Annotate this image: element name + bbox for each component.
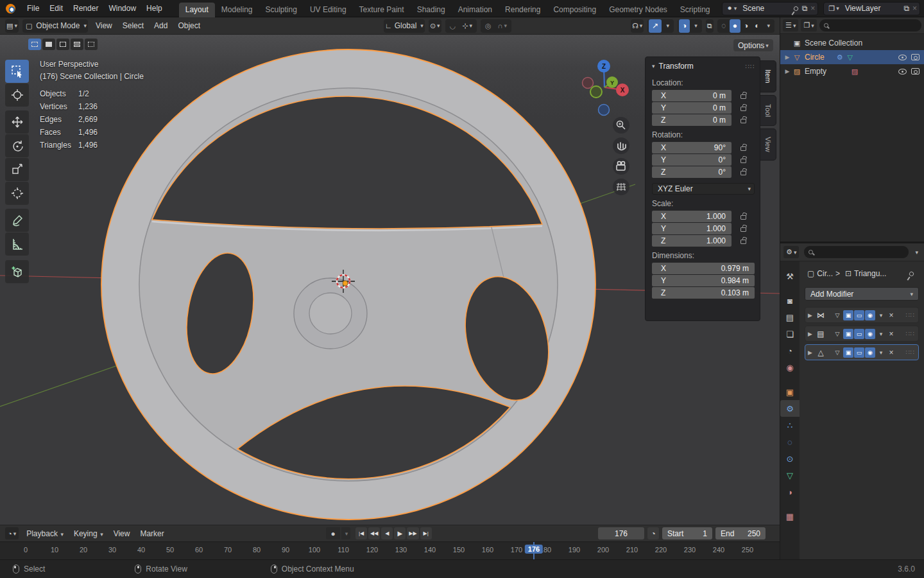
- location-x-field[interactable]: X0 m: [652, 90, 732, 101]
- lock-icon[interactable]: [740, 240, 746, 244]
- expand-icon[interactable]: ▶: [783, 54, 792, 60]
- breadcrumb-modifier[interactable]: Triangu...: [854, 269, 886, 278]
- dimensions-y-field[interactable]: Y0.984 m: [652, 275, 755, 286]
- properties-search-input[interactable]: [804, 246, 909, 258]
- snap-toggle[interactable]: ◡: [447, 19, 459, 33]
- rotation-order-dropdown[interactable]: XYZ Euler▾: [652, 183, 755, 195]
- scale-z-field[interactable]: Z1.000: [652, 235, 732, 247]
- properties-tab-scene[interactable]: ◔: [780, 342, 800, 359]
- display-edit-mode-toggle[interactable]: ▣: [843, 329, 853, 339]
- app-menu-file[interactable]: File: [22, 1, 44, 15]
- rotation-y-field[interactable]: Y0°: [652, 154, 732, 166]
- display-realtime-toggle[interactable]: ▭: [854, 310, 864, 320]
- timeline-menu-keying[interactable]: Keying ▾: [69, 527, 108, 541]
- display-on-cage-toggle[interactable]: ▽: [832, 329, 843, 339]
- display-on-cage-toggle[interactable]: ▽: [832, 310, 843, 320]
- expand-icon[interactable]: ▶: [783, 68, 792, 74]
- jump-to-end-button[interactable]: ▶|: [420, 527, 432, 539]
- breadcrumb-object[interactable]: Cir...: [817, 269, 833, 278]
- use-preview-range-icon[interactable]: ◔: [647, 527, 659, 539]
- prev-keyframe-button[interactable]: ◀◀: [368, 527, 380, 539]
- falloff-dropdown[interactable]: ∩▾: [495, 19, 510, 33]
- workspace-tab-modeling[interactable]: Modeling: [215, 3, 259, 17]
- current-frame-badge[interactable]: 176: [525, 545, 543, 554]
- properties-tab-output[interactable]: ▤: [780, 309, 800, 326]
- modifier-row-solidify[interactable]: ▶▤▽▣▭◉▾×∷∷: [805, 326, 919, 342]
- show-object-types[interactable]: ☊▾: [631, 19, 644, 33]
- workspace-tab-geometry-nodes[interactable]: Geometry Nodes: [603, 3, 674, 17]
- disable-in-render-icon[interactable]: [911, 54, 920, 60]
- viewport-menu-add[interactable]: Add: [149, 19, 173, 33]
- new-viewlayer-icon[interactable]: ⧉: [903, 4, 909, 13]
- scale-x-field[interactable]: X1.000: [652, 211, 732, 222]
- shading-wireframe-button[interactable]: ◌: [719, 19, 730, 33]
- modifier-row-triangulate[interactable]: ▶△▽▣▭◉▾×∷∷: [805, 344, 919, 360]
- timeline-menu-marker[interactable]: Marker: [135, 527, 169, 541]
- pivot-point-button[interactable]: ⊙▾: [429, 19, 441, 33]
- pin-scene-icon[interactable]: [792, 5, 799, 12]
- select-mode-extend[interactable]: [42, 39, 55, 50]
- workspace-tab-shading[interactable]: Shading: [411, 3, 452, 17]
- panel-grip-icon[interactable]: ∷∷: [745, 63, 755, 70]
- lock-icon[interactable]: [740, 94, 746, 99]
- location-z-field[interactable]: Z0 m: [652, 114, 732, 126]
- show-overlays-toggle[interactable]: ◑: [679, 19, 690, 33]
- lock-icon[interactable]: [740, 215, 746, 220]
- display-realtime-toggle[interactable]: ▭: [854, 347, 864, 358]
- npanel-tab-view[interactable]: View: [760, 128, 776, 161]
- lock-icon[interactable]: [740, 146, 746, 151]
- shading-material-button[interactable]: ◑: [740, 19, 751, 33]
- delete-scene-icon[interactable]: ×: [810, 4, 815, 13]
- tool-measure[interactable]: [5, 232, 29, 256]
- scene-name[interactable]: Scene: [739, 4, 783, 13]
- tool-select-box[interactable]: [5, 60, 29, 83]
- workspace-tab-animation[interactable]: Animation: [452, 3, 499, 17]
- workspace-tab-layout[interactable]: Layout: [179, 3, 215, 17]
- properties-tab-object[interactable]: ▣: [780, 383, 800, 400]
- dimensions-x-field[interactable]: X0.979 m: [652, 263, 755, 274]
- jump-to-start-button[interactable]: |◀: [355, 527, 367, 539]
- properties-tab-tool[interactable]: ⚒: [780, 268, 800, 285]
- npanel-tab-tool[interactable]: Tool: [760, 95, 776, 126]
- tool-move[interactable]: [5, 110, 29, 134]
- properties-tab-render[interactable]: ◙: [780, 292, 800, 309]
- select-mode-new[interactable]: [28, 39, 41, 50]
- lock-icon[interactable]: [740, 227, 746, 232]
- delete-modifier-icon[interactable]: ×: [887, 311, 896, 320]
- display-realtime-toggle[interactable]: ▭: [854, 329, 864, 339]
- properties-tab-object-data[interactable]: ▽: [780, 467, 800, 484]
- viewport-menu-object[interactable]: Object: [173, 19, 205, 33]
- show-gizmo-toggle[interactable]: ↗: [649, 19, 662, 33]
- outliner-filter-button[interactable]: ☰▾: [783, 19, 798, 31]
- app-menu-render[interactable]: Render: [68, 1, 103, 15]
- collapse-icon[interactable]: ▾: [652, 63, 655, 69]
- camera-view-button[interactable]: [613, 158, 629, 175]
- tool-transform[interactable]: [5, 182, 29, 205]
- properties-editor-type-button[interactable]: ⚙▾: [783, 246, 799, 258]
- play-button[interactable]: ▶: [394, 527, 406, 539]
- add-modifier-button[interactable]: Add Modifier▾: [805, 287, 919, 301]
- app-menu-help[interactable]: Help: [141, 1, 167, 15]
- hide-in-viewport-icon[interactable]: [898, 55, 907, 60]
- pin-id-icon[interactable]: [909, 270, 915, 277]
- navigation-gizmo[interactable]: Z Y X: [583, 60, 629, 116]
- npanel-tab-item[interactable]: Item: [760, 60, 776, 92]
- transform-orientation[interactable]: ∟ Global ▾: [384, 19, 425, 33]
- drag-handle-icon[interactable]: ∷∷: [905, 311, 914, 319]
- modifier-extras-icon[interactable]: ▾: [877, 349, 886, 356]
- lock-icon[interactable]: [740, 119, 746, 123]
- properties-tab-texture[interactable]: ▦: [780, 508, 800, 525]
- display-render-toggle[interactable]: ◉: [865, 329, 875, 339]
- outliner-display-mode-button[interactable]: ❐▾: [801, 19, 816, 31]
- frame-start-field[interactable]: Start1: [662, 527, 712, 539]
- axis-negative-y[interactable]: [590, 86, 602, 98]
- disable-in-render-icon[interactable]: [911, 68, 920, 74]
- outliner-row-scene-collection[interactable]: ▣ Scene Collection: [780, 36, 924, 50]
- scale-y-field[interactable]: Y1.000: [652, 223, 732, 234]
- tool-annotate[interactable]: [5, 209, 29, 232]
- drag-handle-icon[interactable]: ∷∷: [905, 349, 914, 356]
- transform-panel-title[interactable]: Transform: [659, 62, 694, 71]
- object-name[interactable]: Circle: [805, 53, 825, 62]
- scene-selector[interactable]: ⚫▾ Scene ⧉ ×: [722, 2, 819, 15]
- proportional-toggle[interactable]: ◎: [482, 19, 495, 33]
